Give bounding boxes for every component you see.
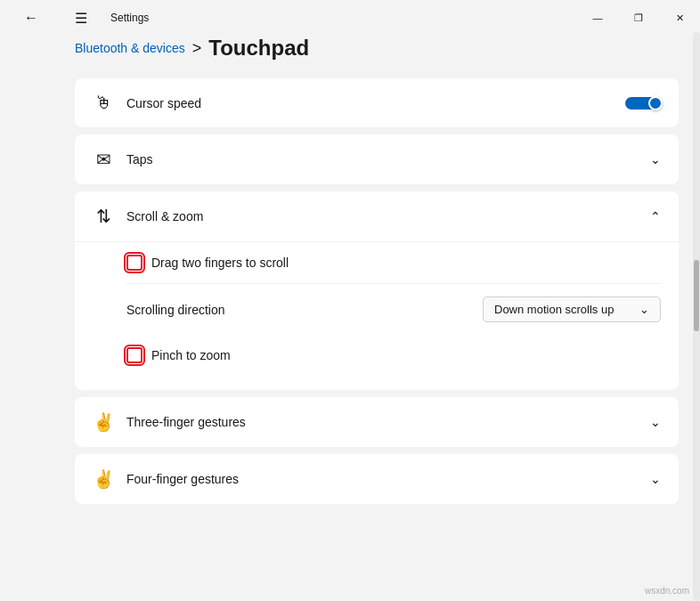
window-controls: — ❐ ✕ [577, 4, 700, 32]
drag-two-fingers-row: Drag two fingers to scroll [126, 242, 661, 283]
pinch-to-zoom-text: Pinch to zoom [151, 348, 231, 362]
four-finger-header-left: ✌ Four-finger gestures [93, 468, 239, 490]
scrolling-direction-row: Scrolling direction Down motion scrolls … [126, 283, 661, 335]
pinch-to-zoom-label[interactable]: Pinch to zoom [126, 347, 231, 363]
three-finger-header[interactable]: ✌ Three-finger gestures ⌄ [75, 397, 679, 447]
scrolling-direction-value: Down motion scrolls up [494, 303, 614, 316]
taps-card: ✉ Taps ⌄ [75, 134, 679, 184]
three-finger-label: Three-finger gestures [126, 415, 246, 429]
scroll-zoom-icon: ⇅ [93, 206, 114, 227]
taps-header[interactable]: ✉ Taps ⌄ [75, 134, 679, 184]
scroll-zoom-header-left: ⇅ Scroll & zoom [93, 206, 203, 227]
drag-two-fingers-checkbox[interactable] [126, 255, 142, 271]
back-button[interactable]: ← [11, 4, 52, 32]
minimize-button[interactable]: — [577, 4, 618, 32]
scrolling-direction-chevron: ⌄ [639, 303, 649, 316]
three-finger-chevron: ⌄ [650, 415, 661, 429]
watermark: wsxdn.com [645, 586, 689, 596]
breadcrumb-parent[interactable]: Bluetooth & devices [75, 41, 185, 55]
taps-icon: ✉ [93, 149, 114, 170]
titlebar-left: ← ☰ Settings [0, 4, 149, 32]
scroll-zoom-body: Drag two fingers to scroll Scrolling dir… [75, 241, 679, 390]
drag-two-fingers-text: Drag two fingers to scroll [151, 256, 289, 270]
three-finger-card: ✌ Three-finger gestures ⌄ [75, 397, 679, 447]
scroll-zoom-chevron: ⌃ [650, 209, 661, 223]
cursor-speed-label: Cursor speed [126, 96, 201, 110]
close-button[interactable]: ✕ [659, 4, 700, 32]
scrollbar-track [693, 32, 700, 601]
four-finger-icon: ✌ [93, 468, 114, 490]
hamburger-button[interactable]: ☰ [61, 4, 102, 32]
settings-window: ← ☰ Settings — ❐ ✕ Bluetooth & devices >… [0, 0, 700, 601]
pinch-to-zoom-checkbox[interactable] [126, 347, 142, 363]
breadcrumb-separator: > [192, 39, 202, 58]
three-finger-icon: ✌ [93, 411, 114, 433]
cursor-speed-left: 🖰 Cursor speed [93, 93, 201, 113]
window-title: Settings [110, 12, 149, 24]
three-finger-header-left: ✌ Three-finger gestures [93, 411, 246, 433]
taps-chevron: ⌄ [650, 152, 661, 166]
cursor-speed-slider[interactable] [625, 97, 661, 110]
four-finger-card: ✌ Four-finger gestures ⌄ [75, 454, 679, 504]
main-content: Bluetooth & devices > Touchpad 🖰 Cursor … [53, 32, 700, 601]
maximize-button[interactable]: ❐ [618, 4, 659, 32]
four-finger-header[interactable]: ✌ Four-finger gestures ⌄ [75, 454, 679, 504]
taps-header-left: ✉ Taps [93, 149, 153, 170]
scroll-zoom-header[interactable]: ⇅ Scroll & zoom ⌃ [75, 191, 679, 241]
four-finger-chevron: ⌄ [650, 472, 661, 486]
pinch-to-zoom-row: Pinch to zoom [126, 335, 661, 376]
breadcrumb: Bluetooth & devices > Touchpad [75, 32, 679, 61]
sidebar [0, 32, 53, 601]
content-area: Bluetooth & devices > Touchpad 🖰 Cursor … [0, 32, 700, 601]
scrolling-direction-label: Scrolling direction [126, 303, 225, 317]
scrolling-direction-dropdown[interactable]: Down motion scrolls up ⌄ [483, 296, 661, 322]
scrollbar-thumb[interactable] [694, 260, 699, 331]
cursor-speed-icon: 🖰 [93, 93, 114, 113]
titlebar: ← ☰ Settings — ❐ ✕ [0, 0, 700, 32]
cursor-speed-card: 🖰 Cursor speed [75, 78, 679, 127]
breadcrumb-current: Touchpad [208, 36, 309, 61]
scroll-zoom-label: Scroll & zoom [126, 209, 203, 223]
drag-two-fingers-label[interactable]: Drag two fingers to scroll [126, 255, 289, 271]
scroll-zoom-card: ⇅ Scroll & zoom ⌃ Drag two fingers to sc… [75, 191, 679, 390]
taps-label: Taps [126, 152, 153, 166]
four-finger-label: Four-finger gestures [126, 472, 239, 486]
